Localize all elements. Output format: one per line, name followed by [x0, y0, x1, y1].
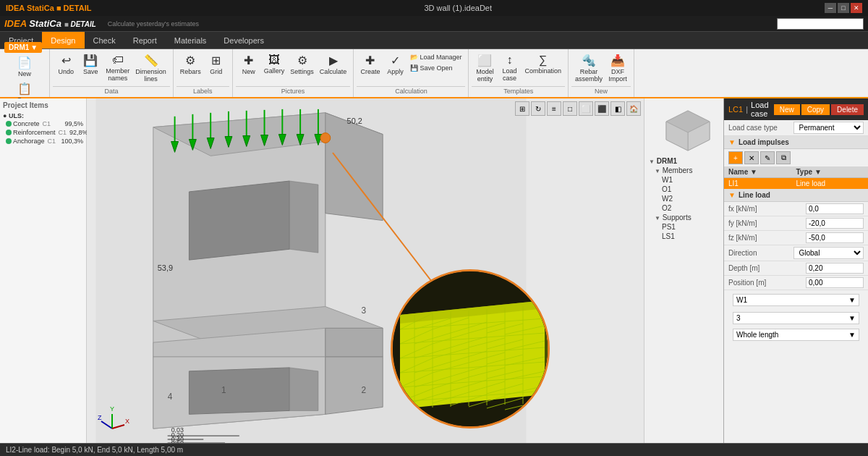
vp-btn8[interactable]: 🏠 [626, 101, 641, 116]
impulse-btn-copy[interactable]: ⧉ [776, 151, 791, 164]
svg-point-31 [320, 133, 331, 143]
ribbon-label-calculation: Calculation [357, 86, 465, 96]
fz-input[interactable] [806, 232, 864, 243]
position-input[interactable] [806, 277, 864, 288]
ribbon-undo-button[interactable]: ↩Undo [54, 52, 77, 77]
drm1-dropdown[interactable]: DRM1 ▼ [4, 42, 42, 53]
app-tagline: Calculate yesterday's estimates [108, 20, 199, 28]
vp-btn7[interactable]: ◧ [610, 101, 625, 116]
lc-copy-button[interactable]: Copy [801, 104, 830, 115]
menu-developers[interactable]: Developers [215, 32, 273, 48]
svg-line-107 [101, 421, 112, 428]
ribbon-calculate-button[interactable]: ▶Calculate [318, 52, 349, 77]
load-case-type-select[interactable]: Permanent Variable [793, 122, 864, 134]
tree-ps1[interactable]: PS1 [647, 222, 720, 232]
svg-text:53,9: 53,9 [158, 263, 173, 272]
ribbon-member-names-button[interactable]: 🏷Membernames [103, 52, 132, 83]
ribbon-rebars-button[interactable]: ⚙Rebars [178, 52, 203, 77]
edge-dropdown-row: 3 ▼ [724, 310, 868, 326]
ribbon-group-draw: ✚New 🖼Gallery ⚙Settings ▶Calculate Pictu… [233, 49, 354, 97]
ribbon-label-data: Data [53, 86, 170, 96]
ribbon-settings-button[interactable]: ⚙Settings [288, 52, 316, 77]
menu-report[interactable]: Report [124, 32, 166, 48]
close-button[interactable]: ✕ [851, 3, 862, 13]
impulse-btn-add[interactable]: + [728, 151, 743, 164]
ribbon-load-manager-button[interactable]: 📂Load Manager [408, 52, 464, 62]
vp-btn5[interactable]: ⬜ [579, 101, 593, 116]
ribbon-label-labels: Labels [176, 86, 229, 96]
tree-o2[interactable]: O2 [647, 203, 720, 213]
ribbon-new-button[interactable]: 📄New [13, 54, 36, 79]
vp-btn4[interactable]: □ [563, 101, 577, 116]
tree-w2[interactable]: W2 [647, 194, 720, 203]
svg-text:1: 1 [221, 385, 226, 395]
li1-name: LI1 [728, 180, 796, 187]
ribbon-model-entity-button[interactable]: ⬜Modelentity [473, 52, 496, 84]
ribbon-grid-button[interactable]: ⊞Grid [205, 52, 228, 77]
tree-supports[interactable]: ▼ Supports [647, 213, 720, 222]
li1-type: Line load [796, 180, 864, 187]
ribbon-group-actions: ↩Undo 💾Save 🏷Membernames 📏Dimensionlines… [50, 49, 174, 97]
direction-select[interactable]: Global Local [793, 247, 864, 259]
menu-design[interactable]: Design [42, 32, 84, 48]
fy-label: fy [kN/m] [728, 219, 806, 227]
fy-row: fy [kN/m] [724, 216, 868, 231]
menu-check[interactable]: Check [85, 32, 124, 48]
fit-view-button[interactable]: ⊞ [515, 101, 529, 116]
ribbon-save-button[interactable]: 💾Save [79, 52, 102, 77]
reinforcement-status-dot [6, 130, 12, 135]
member-dropdown[interactable]: W1 ▼ [733, 294, 859, 306]
load-case-type-label: Load case type [728, 124, 793, 132]
tree-members[interactable]: ▼ Members [647, 166, 720, 175]
lc-new-button[interactable]: New [774, 104, 800, 115]
impulse-table-row-li1[interactable]: LI1 Line load [724, 178, 868, 189]
impulse-btn-edit[interactable]: ✎ [760, 151, 775, 164]
length-dropdown[interactable]: Whole length ▼ [733, 329, 859, 341]
tree-w1[interactable]: W1 [647, 175, 720, 185]
svg-marker-12 [289, 368, 318, 411]
tree-drm1[interactable]: ▼ DRM1 [647, 156, 720, 166]
viewport[interactable]: ⊞ ↻ ≡ □ ⬜ ⬛ ◧ 🏠 [87, 98, 644, 443]
position-label: Position [m] [728, 279, 806, 287]
rotate-button[interactable]: ↻ [531, 101, 545, 116]
tree-ls1[interactable]: LS1 [647, 232, 720, 241]
ribbon-save-open-button[interactable]: 💾Save Open [408, 63, 464, 73]
ribbon-dimension-lines-button[interactable]: 📏Dimensionlines [133, 52, 169, 84]
search-input[interactable] [777, 18, 864, 30]
menu-materials[interactable]: Materials [166, 32, 216, 48]
anchorage-check: Anchorage C1 100,3% [6, 138, 83, 145]
svg-text:4: 4 [168, 392, 173, 402]
length-dropdown-row: Whole length ▼ [724, 326, 868, 343]
fy-input[interactable] [806, 218, 864, 229]
anchorage-value: 100,3% [61, 138, 83, 145]
edge-dropdown[interactable]: 3 ▼ [733, 312, 859, 324]
main-content: Project Items ● ULS: Concrete C1 99,5% R… [0, 98, 868, 443]
svg-marker-4 [189, 181, 289, 260]
lc-subtitle: Load case [751, 101, 773, 118]
vp-btn6[interactable]: ⬛ [595, 101, 609, 116]
ribbon-group-model: ⬜Modelentity ↕Loadcase ∑Combination Temp… [469, 49, 569, 97]
ribbon-apply-button[interactable]: ✓Apply [383, 52, 407, 77]
right-panel: LC1 | Load case New Copy Delete Load cas… [723, 98, 868, 443]
lc-delete-button[interactable]: Delete [831, 104, 864, 115]
ribbon-draw-new-button[interactable]: ✚New [237, 52, 260, 77]
impulse-btn-remove[interactable]: ✕ [744, 151, 759, 164]
fx-input[interactable] [806, 203, 864, 214]
ribbon-load-case-button[interactable]: ↕Loadcase [498, 52, 521, 83]
ribbon-create-button[interactable]: ✚Create [358, 52, 382, 77]
line-load-label: Line load [739, 191, 770, 199]
ribbon-rebar-assembly-button[interactable]: 🔩Rebarassembly [573, 52, 605, 84]
tree-o1[interactable]: O1 [647, 185, 720, 194]
svg-text:Y: Y [110, 405, 114, 413]
maximize-button[interactable]: □ [838, 3, 849, 13]
ribbon-dxf-import-button[interactable]: 📥DXFImport [606, 52, 629, 84]
anchorage-status-dot [6, 138, 12, 144]
vp-btn3[interactable]: ≡ [547, 101, 561, 116]
svg-marker-11 [189, 368, 289, 414]
minimize-button[interactable]: ─ [825, 3, 836, 13]
concrete-status-dot [6, 121, 12, 127]
ribbon-combination-button[interactable]: ∑Combination [522, 52, 563, 76]
depth-input[interactable] [806, 263, 864, 274]
ribbon-gallery-button[interactable]: 🖼Gallery [262, 52, 287, 76]
window-title: 3D wall (1).ideaDet [92, 4, 825, 12]
